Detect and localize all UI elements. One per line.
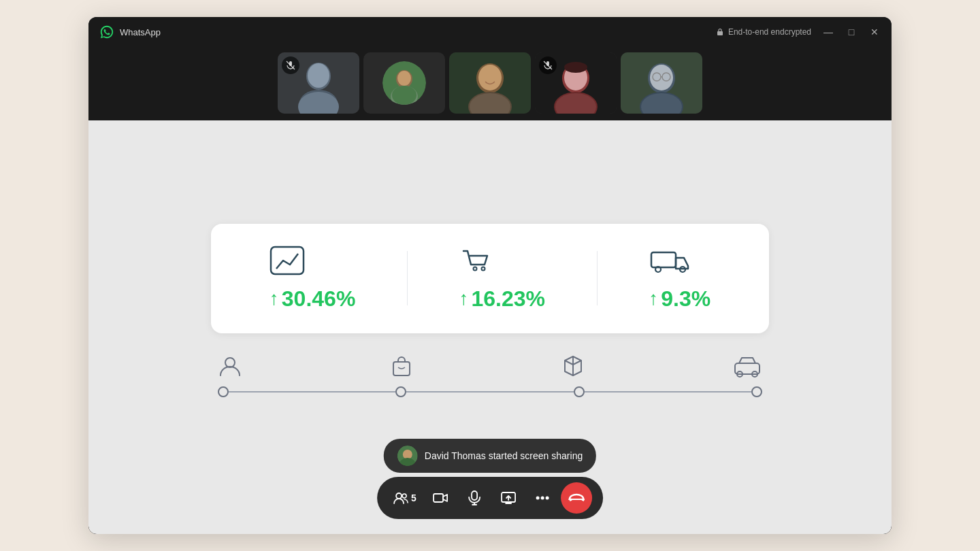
camera-icon: [433, 492, 448, 503]
timeline-track: [211, 386, 769, 397]
camera-button[interactable]: [425, 482, 456, 514]
controls-bar: 5: [377, 477, 603, 519]
stat-value-1: ↑ 30.46%: [270, 286, 356, 312]
cart-icon: [459, 246, 495, 276]
mic-off-icon-4: [543, 61, 553, 70]
tl-line-1: [229, 391, 395, 393]
person-icon: [218, 354, 242, 378]
screen-share-toast: David Thomas started screen sharing: [384, 439, 596, 473]
mic-off-icon-1: [286, 61, 295, 70]
tl-line-2: [406, 391, 573, 393]
main-area: ↑ 30.46% ↑ 16.23%: [88, 120, 892, 534]
encryption-label: End-to-end endcrypted: [716, 27, 811, 37]
svg-rect-0: [717, 31, 723, 35]
svg-point-58: [536, 497, 539, 500]
svg-point-51: [396, 493, 402, 499]
participant-avatar-img-2: [382, 61, 426, 105]
encryption-text: End-to-end endcrypted: [728, 27, 811, 37]
more-options-button[interactable]: [527, 482, 558, 514]
end-call-button[interactable]: [561, 482, 592, 514]
stat-item-2: ↑ 16.23%: [459, 246, 546, 312]
svg-point-60: [545, 497, 549, 500]
svg-rect-40: [651, 252, 676, 267]
more-options-icon: [536, 496, 549, 500]
svg-point-18: [478, 65, 502, 90]
timeline-section: [211, 354, 769, 397]
participant-thumb-3[interactable]: [449, 52, 531, 114]
svg-point-49: [403, 450, 412, 459]
svg-point-13: [397, 71, 411, 86]
participant-thumb-1[interactable]: [278, 52, 359, 114]
participants-count-btn[interactable]: 5: [388, 492, 422, 504]
timeline-icon-person: [218, 354, 242, 378]
stat-divider-1: [407, 251, 408, 305]
stat-divider-2: [597, 251, 598, 305]
svg-point-43: [225, 358, 235, 367]
tl-dot-2: [395, 386, 406, 397]
stats-card: ↑ 30.46% ↑ 16.23%: [211, 224, 769, 333]
timeline-icons: [211, 354, 769, 378]
toast-avatar: [397, 446, 418, 466]
car-icon: [732, 354, 762, 378]
svg-point-39: [481, 267, 485, 270]
svg-point-38: [473, 267, 476, 270]
stat-item-3: ↑ 9.3%: [649, 246, 710, 312]
participant-avatar-2: [382, 61, 426, 105]
participant-thumb-4[interactable]: [535, 52, 617, 114]
title-bar: WhatsApp End-to-end endcrypted — □ ✕: [88, 17, 892, 47]
tl-line-3: [585, 391, 751, 393]
minimize-button[interactable]: —: [822, 26, 834, 38]
tl-dot-4: [751, 386, 762, 397]
participants-icon: [393, 492, 408, 504]
svg-point-5: [308, 63, 329, 88]
participants-strip: [88, 47, 892, 120]
close-button[interactable]: ✕: [868, 26, 881, 38]
timeline-icon-bag: [389, 354, 414, 378]
app-title: WhatsApp: [120, 27, 161, 37]
participant-video-3: [449, 52, 531, 114]
lock-icon: [716, 28, 724, 36]
maximize-button[interactable]: □: [845, 26, 858, 38]
end-call-icon: [568, 493, 585, 503]
toast-message: David Thomas started screen sharing: [425, 450, 583, 461]
svg-point-14: [392, 86, 416, 105]
svg-rect-54: [472, 491, 477, 500]
svg-point-25: [564, 62, 587, 73]
brand: WhatsApp: [99, 24, 716, 39]
stat-item-1: ↑ 30.46%: [270, 246, 356, 312]
toast-avatar-img: [397, 446, 418, 466]
svg-rect-45: [735, 363, 760, 374]
screen-share-button[interactable]: [493, 482, 524, 514]
svg-point-59: [540, 497, 544, 500]
screen-share-icon: [501, 492, 516, 504]
svg-point-52: [402, 494, 406, 498]
participant-thumb-5[interactable]: [621, 52, 702, 114]
tl-dot-3: [574, 386, 585, 397]
app-window: WhatsApp End-to-end endcrypted — □ ✕: [88, 17, 892, 534]
microphone-icon: [468, 490, 480, 505]
participant-thumb-2[interactable]: [363, 52, 445, 114]
mute-badge-4: [539, 56, 557, 74]
participant-video-5: [621, 52, 702, 114]
mute-badge-1: [282, 56, 299, 74]
participants-count-label: 5: [411, 492, 416, 503]
window-controls: — □ ✕: [822, 26, 881, 38]
stat-value-3: ↑ 9.3%: [649, 286, 710, 312]
microphone-button[interactable]: [459, 482, 490, 514]
chart-icon: [270, 246, 305, 276]
box-icon: [561, 354, 585, 378]
timeline-icon-car: [732, 354, 762, 378]
timeline-icon-box: [561, 354, 585, 378]
svg-point-32: [650, 65, 673, 90]
whatsapp-logo-icon: [99, 24, 114, 39]
svg-rect-53: [434, 494, 443, 502]
shopping-bag-icon: [389, 354, 414, 378]
svg-rect-37: [271, 247, 304, 274]
stat-value-2: ↑ 16.23%: [459, 286, 546, 312]
tl-dot-1: [218, 386, 229, 397]
truck-icon: [649, 246, 692, 276]
